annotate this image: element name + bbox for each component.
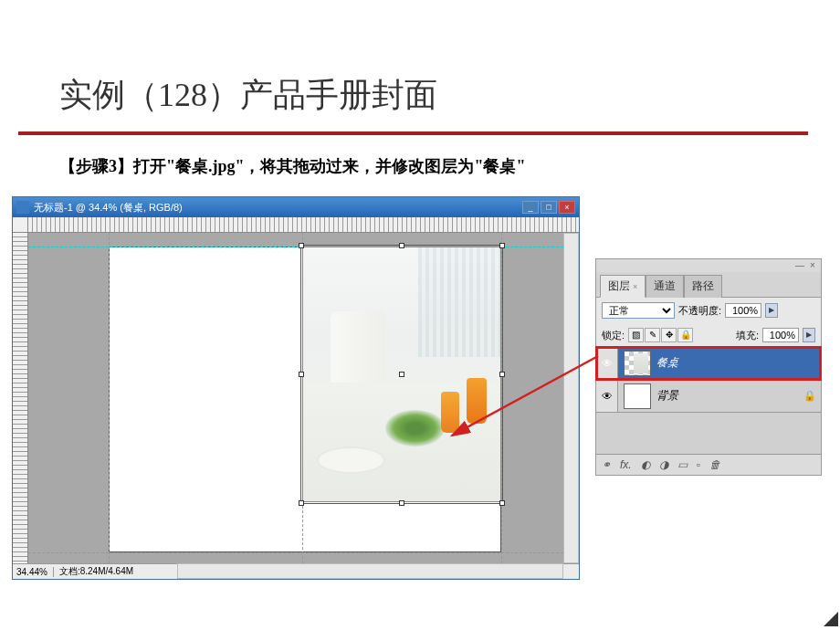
fill-label: 填充:	[736, 329, 759, 342]
lock-position-icon[interactable]: ✥	[661, 328, 677, 342]
fill-input[interactable]: 100%	[762, 328, 799, 342]
guide-horizontal[interactable]	[28, 552, 563, 553]
step-instruction: 【步骤3】打开"餐桌.jpg"，将其拖动过来，并修改图层为"餐桌"	[0, 135, 840, 194]
zoom-level[interactable]: 34.44%	[16, 567, 54, 577]
layers-list: 👁 餐桌 👁 背景 🔒	[596, 347, 821, 454]
placed-image[interactable]	[302, 247, 501, 502]
lock-icon: 🔒	[799, 390, 821, 402]
app-icon	[16, 201, 29, 214]
blend-mode-select[interactable]: 正常	[602, 302, 675, 319]
slide-title: 实例（128）产品手册封面	[0, 0, 840, 131]
panel-collapse-icon[interactable]: —	[793, 260, 806, 271]
layers-panel: — × 图层× 通道 路径 正常 不透明度: 100% ▶ 锁定: ▨ ✎ ✥ …	[595, 258, 822, 476]
lock-transparency-icon[interactable]: ▨	[628, 328, 644, 342]
guide-vertical[interactable]	[109, 233, 110, 563]
opacity-slider-button[interactable]: ▶	[765, 303, 778, 318]
layers-panel-footer: ⚭ fx. ◐ ◑ ▭ ▫ 🗑	[596, 454, 821, 475]
lock-pixels-icon[interactable]: ✎	[645, 328, 660, 342]
maximize-button[interactable]: □	[541, 201, 557, 214]
layer-mask-icon[interactable]: ◐	[641, 458, 650, 471]
horizontal-ruler[interactable]	[28, 217, 579, 233]
layer-row[interactable]: 👁 餐桌	[596, 347, 821, 380]
fill-slider-button[interactable]: ▶	[803, 328, 815, 342]
layer-group-icon[interactable]: ▭	[677, 458, 688, 471]
ruler-origin[interactable]	[13, 217, 28, 233]
visibility-toggle-icon[interactable]: 👁	[596, 380, 618, 412]
panel-tabs: 图层× 通道 路径	[596, 272, 821, 297]
window-titlebar[interactable]: 无标题-1 @ 34.4% (餐桌, RGB/8) _ □ ×	[13, 197, 579, 217]
new-layer-icon[interactable]: ▫	[697, 458, 700, 471]
canvas-area[interactable]	[28, 233, 563, 563]
close-button[interactable]: ×	[559, 201, 575, 214]
delete-layer-icon[interactable]: 🗑	[709, 458, 720, 471]
panel-close-icon[interactable]: ×	[806, 260, 819, 271]
tab-paths[interactable]: 路径	[684, 275, 722, 298]
layer-thumbnail[interactable]	[624, 383, 651, 409]
visibility-toggle-icon[interactable]: 👁	[596, 347, 618, 379]
window-title: 无标题-1 @ 34.4% (餐桌, RGB/8)	[34, 201, 183, 215]
opacity-label: 不透明度:	[678, 304, 721, 318]
layer-name[interactable]: 背景	[656, 388, 799, 404]
adjustment-layer-icon[interactable]: ◑	[659, 458, 668, 471]
opacity-input[interactable]: 100%	[725, 303, 761, 318]
link-layers-icon[interactable]: ⚭	[602, 458, 611, 471]
lock-label: 锁定:	[602, 329, 625, 342]
layer-name[interactable]: 餐桌	[656, 355, 821, 371]
vertical-scrollbar[interactable]	[563, 233, 579, 563]
tab-channels[interactable]: 通道	[646, 275, 684, 298]
guide-vertical[interactable]	[501, 233, 502, 563]
vertical-ruler[interactable]	[13, 233, 28, 563]
document-info: 文档:8.24M/4.64M	[59, 565, 133, 578]
layer-effects-icon[interactable]: fx.	[620, 458, 632, 471]
photoshop-window: 无标题-1 @ 34.4% (餐桌, RGB/8) _ □ ×	[12, 196, 580, 580]
layer-thumbnail[interactable]	[624, 351, 651, 376]
layer-row[interactable]: 👁 背景 🔒	[596, 380, 821, 413]
slide-corner-icon	[818, 606, 840, 628]
minimize-button[interactable]: _	[522, 201, 539, 214]
horizontal-scrollbar[interactable]	[177, 563, 563, 579]
image-preview	[303, 247, 500, 501]
lock-all-icon[interactable]: 🔒	[677, 328, 693, 342]
tab-layers[interactable]: 图层×	[600, 275, 646, 298]
